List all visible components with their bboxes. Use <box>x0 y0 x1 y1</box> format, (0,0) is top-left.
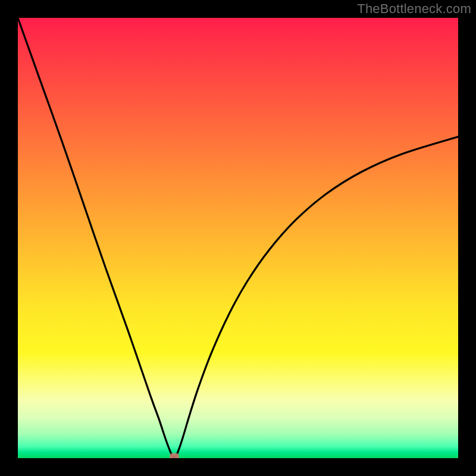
watermark-text: TheBottleneck.com <box>357 1 471 17</box>
curve-svg <box>18 18 458 458</box>
bottleneck-curve <box>18 18 458 458</box>
plot-area <box>18 18 458 458</box>
chart-frame: TheBottleneck.com <box>0 0 476 476</box>
min-marker <box>170 453 179 459</box>
